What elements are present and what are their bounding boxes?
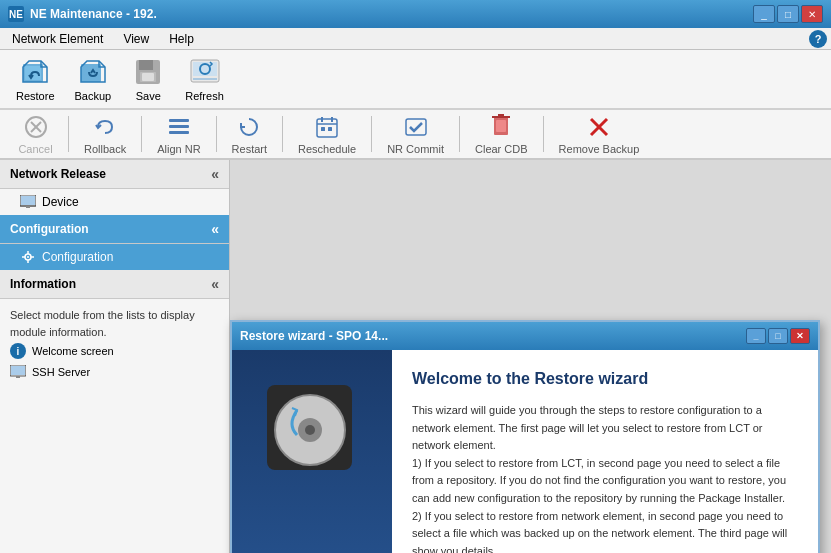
wizard-left-panel: [232, 350, 392, 553]
rollback-icon: [91, 113, 119, 141]
reschedule-button[interactable]: Reschedule: [288, 110, 366, 158]
welcome-screen-label: Welcome screen: [32, 345, 114, 357]
cancel-button[interactable]: Cancel: [8, 110, 63, 158]
network-release-section[interactable]: Network Release «: [0, 160, 229, 189]
wizard-controls[interactable]: _ □ ✕: [746, 328, 810, 344]
wizard-title-bar: Restore wizard - SPO 14... _ □ ✕: [232, 322, 818, 350]
info-section: Select module from the lists to display …: [0, 299, 229, 390]
configuration-label: Configuration: [42, 250, 113, 264]
sidebar-item-device[interactable]: Device: [0, 189, 229, 215]
rollback-label: Rollback: [84, 143, 126, 155]
close-button[interactable]: ✕: [801, 5, 823, 23]
svg-rect-21: [321, 127, 325, 131]
backup-icon: [77, 56, 109, 88]
wizard-title: Restore wizard - SPO 14...: [240, 329, 388, 343]
restore-wizard-dialog: Restore wizard - SPO 14... _ □ ✕: [230, 320, 820, 553]
wizard-minimize-button[interactable]: _: [746, 328, 766, 344]
window-controls[interactable]: _ □ ✕: [753, 5, 823, 23]
save-icon: [132, 56, 164, 88]
menu-help[interactable]: Help: [161, 30, 202, 48]
clear-cdb-label: Clear CDB: [475, 143, 528, 155]
cancel-icon: [22, 113, 50, 141]
wizard-maximize-button[interactable]: □: [768, 328, 788, 344]
main-content: Network Release « Device Configuration «: [0, 160, 831, 553]
save-button[interactable]: Save: [123, 52, 173, 106]
backup-label: Backup: [75, 90, 112, 102]
title-bar: NE NE Maintenance - 192. _ □ ✕: [0, 0, 831, 28]
main-toolbar: Restore Backup: [0, 50, 831, 110]
clear-cdb-button[interactable]: Clear CDB: [465, 110, 538, 158]
wizard-heading: Welcome to the Restore wizard: [412, 370, 798, 388]
svg-rect-41: [11, 366, 25, 375]
secondary-toolbar: Cancel Rollback Align NR: [0, 110, 831, 160]
sidebar-item-ssh-server[interactable]: SSH Server: [10, 362, 219, 382]
restart-label: Restart: [232, 143, 267, 155]
maximize-button[interactable]: □: [777, 5, 799, 23]
information-chevron: «: [211, 276, 219, 292]
svg-rect-42: [16, 376, 20, 378]
ssh-server-label: SSH Server: [32, 366, 90, 378]
info-description: Select module from the lists to display …: [10, 307, 219, 340]
wizard-body-text: This wizard will guide you through the s…: [412, 402, 798, 553]
window-title: NE Maintenance - 192.: [30, 7, 157, 21]
left-panel: Network Release « Device Configuration «: [0, 160, 230, 553]
nr-commit-label: NR Commit: [387, 143, 444, 155]
menu-view[interactable]: View: [115, 30, 157, 48]
reschedule-icon: [313, 113, 341, 141]
network-release-title: Network Release: [10, 167, 106, 181]
svg-rect-14: [169, 119, 189, 122]
welcome-screen-icon: i: [10, 343, 26, 359]
svg-rect-33: [26, 206, 30, 208]
svg-rect-17: [317, 119, 337, 137]
ssh-server-icon: [10, 365, 26, 379]
svg-rect-31: [21, 196, 35, 205]
save-label: Save: [136, 90, 161, 102]
nr-commit-button[interactable]: NR Commit: [377, 110, 454, 158]
sidebar-item-welcome-screen[interactable]: i Welcome screen: [10, 340, 219, 362]
nr-commit-icon: [402, 113, 430, 141]
app-icon: NE: [8, 6, 24, 22]
menu-bar: Network Element View Help ?: [0, 28, 831, 50]
wizard-right-panel: Welcome to the Restore wizard This wizar…: [392, 350, 818, 553]
align-nr-icon: [165, 113, 193, 141]
configuration-section[interactable]: Configuration «: [0, 215, 229, 244]
remove-backup-button[interactable]: Remove Backup: [549, 110, 650, 158]
information-section[interactable]: Information «: [0, 270, 229, 299]
align-nr-label: Align NR: [157, 143, 200, 155]
svg-rect-9: [193, 78, 217, 80]
restore-button[interactable]: Restore: [8, 52, 63, 106]
svg-rect-16: [169, 131, 189, 134]
svg-rect-22: [328, 127, 332, 131]
restart-button[interactable]: Restart: [222, 110, 277, 158]
remove-backup-label: Remove Backup: [559, 143, 640, 155]
reschedule-label: Reschedule: [298, 143, 356, 155]
wizard-close-button[interactable]: ✕: [790, 328, 810, 344]
configuration-icon: [20, 249, 36, 265]
minimize-button[interactable]: _: [753, 5, 775, 23]
wizard-disk-image: [262, 380, 362, 483]
clear-cdb-icon: [487, 113, 515, 141]
rollback-button[interactable]: Rollback: [74, 110, 136, 158]
cancel-label: Cancel: [18, 143, 52, 155]
svg-rect-4: [139, 60, 153, 70]
svg-rect-25: [496, 120, 506, 132]
svg-rect-15: [169, 125, 189, 128]
svg-point-35: [27, 256, 29, 258]
network-release-chevron: «: [211, 166, 219, 182]
restore-label: Restore: [16, 90, 55, 102]
align-nr-button[interactable]: Align NR: [147, 110, 210, 158]
backup-button[interactable]: Backup: [67, 52, 120, 106]
restore-icon: [19, 56, 51, 88]
wizard-body: Welcome to the Restore wizard This wizar…: [232, 350, 818, 553]
information-title: Information: [10, 277, 76, 291]
svg-rect-23: [406, 119, 426, 135]
menu-network-element[interactable]: Network Element: [4, 30, 111, 48]
device-icon: [20, 194, 36, 210]
device-label: Device: [42, 195, 79, 209]
sidebar-item-configuration[interactable]: Configuration: [0, 244, 229, 270]
configuration-title: Configuration: [10, 222, 89, 236]
help-icon[interactable]: ?: [809, 30, 827, 48]
remove-backup-icon: [585, 113, 613, 141]
svg-rect-6: [142, 73, 154, 81]
refresh-button[interactable]: Refresh: [177, 52, 232, 106]
